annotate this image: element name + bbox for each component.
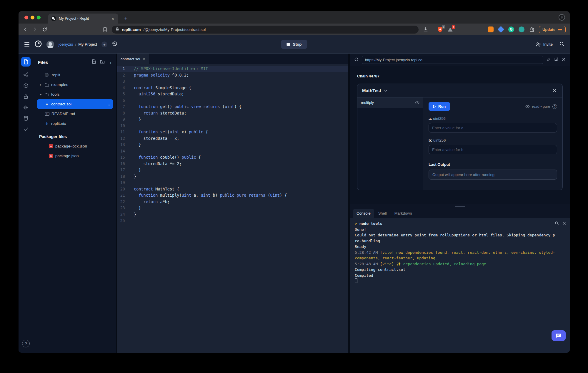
file-item-replit.nix[interactable]: ❄replit.nix bbox=[37, 119, 113, 128]
console-clear-icon[interactable] bbox=[562, 221, 566, 227]
window-minimize-button[interactable] bbox=[31, 16, 34, 19]
edit-url-icon[interactable] bbox=[547, 57, 551, 63]
code-line-24[interactable]: 24} bbox=[117, 211, 348, 218]
replit-logo-icon[interactable] bbox=[34, 40, 42, 49]
console-panel[interactable]: > node toolsDone!Could not determine ent… bbox=[350, 218, 570, 353]
browser-profile-icon[interactable] bbox=[559, 14, 565, 21]
console-search-icon[interactable] bbox=[555, 221, 559, 227]
back-icon[interactable] bbox=[23, 27, 28, 32]
code-line-13[interactable]: 13 } bbox=[117, 142, 348, 148]
code-line-12[interactable]: 12 storedData = x; bbox=[117, 135, 348, 142]
stop-button[interactable]: Stop bbox=[281, 40, 307, 49]
files-tool-button[interactable] bbox=[21, 57, 31, 67]
breadcrumb-project-name[interactable]: My Project bbox=[78, 42, 97, 47]
files-menu-icon[interactable]: ⋮ bbox=[109, 60, 113, 64]
new-folder-icon[interactable] bbox=[100, 59, 105, 65]
tab-close-icon[interactable]: × bbox=[110, 16, 115, 21]
code-line-15[interactable]: 15 function double() public { bbox=[117, 154, 348, 161]
code-line-22[interactable]: 22 return a*b; bbox=[117, 199, 348, 205]
close-webview-icon[interactable] bbox=[562, 57, 566, 62]
chevron-down-icon[interactable] bbox=[384, 89, 387, 92]
metamask-extension-icon[interactable] bbox=[488, 26, 494, 32]
code-area[interactable]: 1// SPDX-License-Identifier: MIT2pragma … bbox=[117, 64, 348, 353]
code-line-8[interactable]: 8 return storedData; bbox=[117, 110, 348, 117]
user-avatar[interactable] bbox=[46, 41, 54, 48]
bookmark-icon[interactable] bbox=[103, 27, 107, 32]
file-item-contract.sol[interactable]: ◆contract.sol⋮ bbox=[37, 99, 113, 109]
code-line-25[interactable]: 25 bbox=[117, 218, 348, 224]
download-page-icon[interactable] bbox=[423, 27, 428, 32]
file-item-package.json[interactable]: npackage.json bbox=[37, 151, 113, 161]
panel-resize-handle[interactable] bbox=[350, 204, 570, 208]
console-tab-console[interactable]: Console bbox=[353, 209, 374, 218]
reload-icon[interactable] bbox=[42, 27, 47, 32]
browser-update-button[interactable]: Update bbox=[539, 26, 566, 33]
editor-tab-contract-sol[interactable]: contract.sol × bbox=[117, 54, 149, 64]
run-function-button[interactable]: Run bbox=[429, 102, 450, 111]
editor-tab-close-icon[interactable]: × bbox=[143, 57, 145, 61]
gem-icon[interactable]: ◆ bbox=[101, 42, 107, 47]
checkmark-tool-icon[interactable] bbox=[23, 127, 29, 132]
hamburger-menu-icon[interactable] bbox=[24, 41, 30, 48]
file-item-examples[interactable]: ▸examples bbox=[37, 80, 113, 89]
help-button[interactable]: ? bbox=[22, 340, 30, 347]
breadcrumb-username[interactable]: joenyzio bbox=[59, 42, 73, 47]
version-control-icon[interactable] bbox=[23, 72, 29, 77]
code-line-23[interactable]: 23 } bbox=[117, 205, 348, 211]
code-line-7[interactable]: 7 function get() public view returns (ui… bbox=[117, 104, 348, 110]
database-icon[interactable] bbox=[23, 116, 29, 121]
param-a-input[interactable] bbox=[429, 123, 557, 132]
grammarly-extension-icon[interactable]: G bbox=[508, 26, 514, 32]
secrets-lock-icon[interactable] bbox=[23, 94, 29, 99]
address-bar[interactable]: replit.com/@joenyzio/My-Project#contract… bbox=[112, 26, 419, 34]
code-line-10[interactable]: 10 bbox=[117, 123, 348, 129]
chat-button[interactable] bbox=[552, 330, 566, 341]
forward-icon[interactable] bbox=[32, 27, 38, 32]
new-tab-button[interactable]: + bbox=[122, 15, 130, 22]
console-tab-markdown[interactable]: Markdown bbox=[391, 209, 416, 218]
adblock-extension-icon[interactable]: 1 bbox=[447, 27, 453, 32]
code-line-16[interactable]: 16 storedData *= 2; bbox=[117, 161, 348, 167]
code-line-3[interactable]: 3 bbox=[117, 78, 348, 85]
browser-tab[interactable]: My Project - Replit × bbox=[48, 14, 118, 24]
function-item-multiply[interactable]: multiply bbox=[357, 97, 423, 108]
code-line-18[interactable]: 18} bbox=[117, 173, 348, 180]
invite-button[interactable]: Invite bbox=[536, 42, 553, 47]
packages-icon[interactable] bbox=[23, 83, 29, 88]
webview-url-input[interactable] bbox=[362, 56, 543, 64]
code-line-1[interactable]: 1// SPDX-License-Identifier: MIT bbox=[117, 66, 348, 72]
close-contract-icon[interactable] bbox=[552, 87, 558, 94]
code-line-2[interactable]: 2pragma solidity ^0.8.2; bbox=[117, 72, 348, 79]
code-line-14[interactable]: 14 bbox=[117, 148, 348, 155]
brave-shield-icon[interactable]: 7 bbox=[437, 26, 443, 33]
history-icon[interactable] bbox=[112, 41, 117, 48]
param-b-input[interactable] bbox=[429, 145, 557, 154]
code-line-17[interactable]: 17 } bbox=[117, 167, 348, 173]
file-item-.replit[interactable]: .replit bbox=[37, 70, 113, 80]
help-tooltip-icon[interactable]: ? bbox=[552, 104, 557, 109]
code-line-9[interactable]: 9 } bbox=[117, 116, 348, 123]
code-line-21[interactable]: 21 function multiply(uint a, uint b) pub… bbox=[117, 192, 348, 199]
code-line-19[interactable]: 19 bbox=[117, 180, 348, 186]
open-in-new-tab-icon[interactable] bbox=[554, 57, 559, 63]
window-close-button[interactable] bbox=[24, 16, 28, 19]
code-line-5[interactable]: 5 uint256 storedData; bbox=[117, 91, 348, 97]
console-tab-shell[interactable]: Shell bbox=[375, 209, 390, 218]
file-options-icon[interactable]: ⋮ bbox=[107, 102, 111, 106]
code-line-11[interactable]: 11 function set(uint x) public { bbox=[117, 129, 348, 135]
file-item-package-lock.json[interactable]: npackage-lock.json bbox=[37, 141, 113, 151]
file-item-tools[interactable]: ▸tools bbox=[37, 89, 113, 99]
tag-extension-icon[interactable] bbox=[497, 26, 504, 33]
new-file-icon[interactable] bbox=[92, 59, 96, 65]
window-zoom-button[interactable] bbox=[37, 16, 41, 19]
file-item-README.md[interactable]: M↓README.md bbox=[37, 109, 113, 119]
search-icon[interactable] bbox=[559, 41, 564, 48]
refresh-webview-icon[interactable] bbox=[354, 57, 359, 63]
settings-gear-icon[interactable] bbox=[23, 105, 29, 110]
teal-extension-icon[interactable] bbox=[519, 26, 524, 32]
code-line-4[interactable]: 4contract SimpleStorage { bbox=[117, 85, 348, 91]
browser-menu-icon[interactable] bbox=[558, 28, 562, 31]
extensions-puzzle-icon[interactable] bbox=[529, 27, 534, 32]
code-line-6[interactable]: 6 bbox=[117, 97, 348, 104]
code-line-20[interactable]: 20contract MathTest { bbox=[117, 186, 348, 193]
